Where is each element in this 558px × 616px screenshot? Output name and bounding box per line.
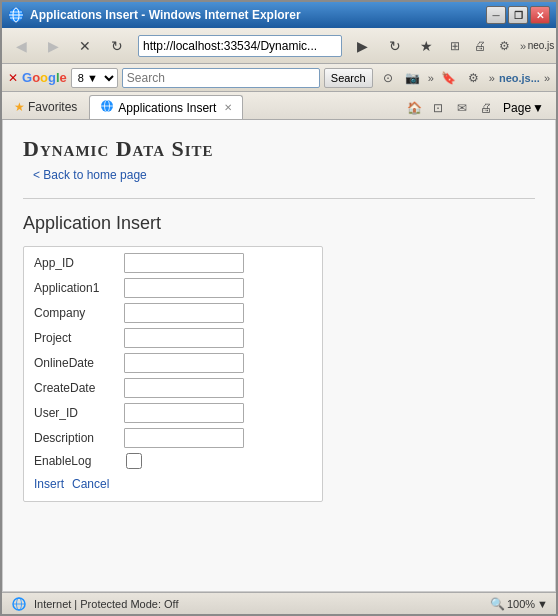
- label-enablelog: EnableLog: [34, 454, 124, 468]
- zoom-level: 100%: [507, 598, 535, 610]
- page-label: Page: [503, 101, 531, 115]
- form-row-createdate: CreateDate: [34, 378, 312, 398]
- back-button[interactable]: ◀: [6, 32, 36, 60]
- refresh-button[interactable]: ↻: [102, 32, 132, 60]
- mail-icon[interactable]: ✉: [451, 97, 473, 119]
- form-row-description: Description: [34, 428, 312, 448]
- input-userid[interactable]: [124, 403, 244, 423]
- nav-toolbar: ◀ ▶ ✕ ↻ ▶ ↻ ★ ⊞ 🖨 ⚙ » neo.js: [2, 28, 556, 64]
- form-actions: Insert Cancel: [34, 477, 312, 491]
- page-content: Dynamic Data Site < Back to home page Ap…: [2, 120, 556, 592]
- home-icon[interactable]: 🏠: [403, 97, 425, 119]
- form-row-userid: User_ID: [34, 403, 312, 423]
- google-toolbar-icons2: 🔖 ⚙: [438, 67, 485, 89]
- google-toolbar: ✕ Google 8 ▼ Search ⊙ 📷 » 🔖 ⚙ » neo.js..…: [2, 64, 556, 92]
- cancel-link[interactable]: Cancel: [72, 477, 109, 491]
- feed-icon[interactable]: ⊡: [427, 97, 449, 119]
- page-chevron: ▼: [532, 101, 544, 115]
- favorites-icon-btn[interactable]: ★: [412, 32, 442, 60]
- print-button[interactable]: 🖨: [469, 35, 491, 57]
- bookmark-icon[interactable]: 🔖: [438, 67, 460, 89]
- label-application1: Application1: [34, 281, 124, 295]
- label-createdate: CreateDate: [34, 381, 124, 395]
- more-label2: »: [489, 72, 495, 84]
- page-heading: Application Insert: [23, 213, 535, 234]
- label-appid: App_ID: [34, 256, 124, 270]
- divider: [23, 198, 535, 199]
- magnifier-icon: 🔍: [490, 597, 505, 611]
- status-bar: Internet | Protected Mode: Off 🔍 100% ▼: [2, 592, 556, 614]
- title-bar-buttons: ─ ❐ ✕: [486, 6, 550, 24]
- back-to-home-link[interactable]: < Back to home page: [23, 168, 535, 182]
- label-onlinedate: OnlineDate: [34, 356, 124, 370]
- nav-toolbar-icons: ⊞ 🖨 ⚙: [444, 35, 516, 57]
- minimize-button[interactable]: ─: [486, 6, 506, 24]
- google-search-input[interactable]: [122, 68, 320, 88]
- favorites-label: Favorites: [28, 100, 77, 114]
- browser-window: Applications Insert - Windows Internet E…: [0, 0, 558, 616]
- page-button[interactable]: Page ▼: [499, 99, 548, 117]
- close-button[interactable]: ✕: [530, 6, 550, 24]
- form-row-onlinedate: OnlineDate: [34, 353, 312, 373]
- applications-insert-tab[interactable]: Applications Insert ✕: [89, 95, 243, 119]
- rss-button[interactable]: ⊞: [444, 35, 466, 57]
- tab-label: Applications Insert: [118, 101, 216, 115]
- input-company[interactable]: [124, 303, 244, 323]
- tab-close-button[interactable]: ✕: [224, 102, 232, 113]
- window-title: Applications Insert - Windows Internet E…: [30, 8, 486, 22]
- input-appid[interactable]: [124, 253, 244, 273]
- settings-icon[interactable]: ⚙: [463, 67, 485, 89]
- google-icon1[interactable]: ⊙: [377, 67, 399, 89]
- neo-button[interactable]: neo.js: [530, 35, 552, 57]
- favorites-button[interactable]: ★ Favorites: [6, 95, 85, 119]
- form-row-enablelog: EnableLog: [34, 453, 312, 469]
- form-row-company: Company: [34, 303, 312, 323]
- more-label: »: [518, 40, 528, 52]
- input-onlinedate[interactable]: [124, 353, 244, 373]
- input-createdate[interactable]: [124, 378, 244, 398]
- google-search-select[interactable]: 8 ▼: [71, 68, 118, 88]
- internet-icon: [10, 595, 28, 613]
- zoom-chevron: ▼: [537, 598, 548, 610]
- tabs-bar: ★ Favorites Applications Insert ✕ 🏠 ⊡ ✉ …: [2, 92, 556, 120]
- google-search-button[interactable]: Search: [324, 68, 373, 88]
- stop-button[interactable]: ✕: [70, 32, 100, 60]
- print-icon2[interactable]: 🖨: [475, 97, 497, 119]
- form-row-project: Project: [34, 328, 312, 348]
- refresh-btn2[interactable]: ↻: [380, 32, 410, 60]
- form-row-appid: App_ID: [34, 253, 312, 273]
- input-description[interactable]: [124, 428, 244, 448]
- google-logo: Google: [22, 70, 67, 85]
- google-toolbar-icons: ⊙ 📷: [377, 67, 424, 89]
- label-project: Project: [34, 331, 124, 345]
- zoom-area: 🔍 100% ▼: [490, 597, 548, 611]
- page-menu: 🏠 ⊡ ✉ 🖨 Page ▼: [403, 97, 552, 119]
- insert-link[interactable]: Insert: [34, 477, 64, 491]
- neo-label: neo.js...: [499, 72, 540, 84]
- address-bar[interactable]: [138, 35, 342, 57]
- tools-button[interactable]: ⚙: [494, 35, 516, 57]
- star-icon: ★: [14, 100, 25, 114]
- input-project[interactable]: [124, 328, 244, 348]
- label-description: Description: [34, 431, 124, 445]
- ie-icon: [8, 7, 24, 23]
- forward-button[interactable]: ▶: [38, 32, 68, 60]
- restore-button[interactable]: ❐: [508, 6, 528, 24]
- input-enablelog[interactable]: [124, 453, 144, 469]
- more-label3: »: [544, 72, 550, 84]
- close-icon-google: ✕: [8, 71, 18, 85]
- site-title: Dynamic Data Site: [23, 136, 535, 162]
- input-application1[interactable]: [124, 278, 244, 298]
- label-userid: User_ID: [34, 406, 124, 420]
- ie-tab-icon: [100, 99, 114, 116]
- insert-form: App_ID Application1 Company Project Onli…: [23, 246, 323, 502]
- label-company: Company: [34, 306, 124, 320]
- google-icon2[interactable]: 📷: [402, 67, 424, 89]
- status-text: Internet | Protected Mode: Off: [34, 598, 484, 610]
- google-more: »: [428, 72, 434, 84]
- form-row-application1: Application1: [34, 278, 312, 298]
- title-bar: Applications Insert - Windows Internet E…: [2, 2, 556, 28]
- go-button[interactable]: ▶: [348, 32, 378, 60]
